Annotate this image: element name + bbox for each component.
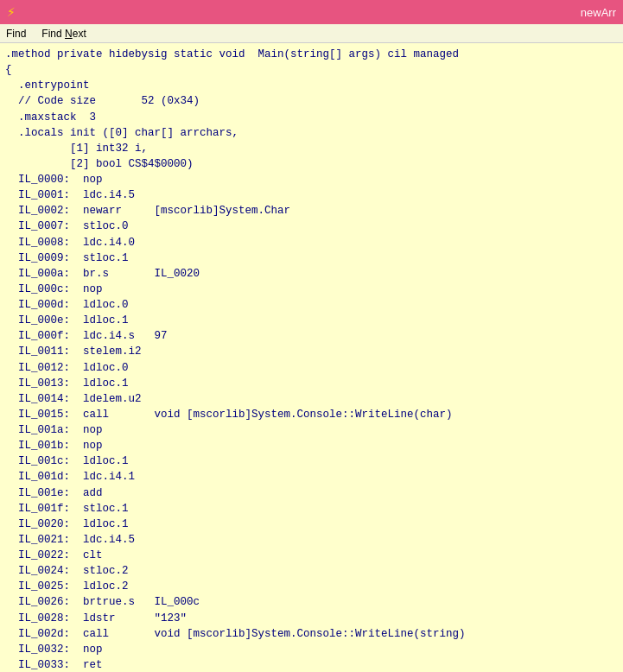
menu-find-next[interactable]: Find Next xyxy=(39,27,88,41)
code-line: IL_0014: ldelem.u2 xyxy=(5,391,618,407)
code-line: .maxstack 3 xyxy=(5,110,618,125)
code-line: IL_0013: ldloc.1 xyxy=(5,376,618,391)
code-line: IL_0012: ldloc.0 xyxy=(5,360,618,376)
code-line: IL_0008: ldc.i4.0 xyxy=(5,235,618,250)
code-line: IL_0015: call void [mscorlib]System.Cons… xyxy=(5,407,618,422)
code-line: IL_0025: ldloc.2 xyxy=(5,579,618,594)
code-line: IL_001a: nop xyxy=(5,422,618,438)
code-line: [1] int32 i, xyxy=(5,141,618,156)
code-line: IL_000e: ldloc.1 xyxy=(5,313,618,328)
code-line: IL_0002: newarr [mscorlib]System.Char xyxy=(5,203,618,219)
code-line: IL_000f: ldc.i4.s 97 xyxy=(5,328,618,344)
code-line: IL_001d: ldc.i4.1 xyxy=(5,469,618,485)
code-line: IL_0033: ret xyxy=(5,657,618,672)
code-line: IL_0000: nop xyxy=(5,172,618,187)
title-bar: ⚡ newArr xyxy=(0,0,623,24)
code-line: IL_0024: stloc.2 xyxy=(5,563,618,579)
code-line: IL_0028: ldstr "123" xyxy=(5,611,618,626)
code-line: IL_000c: nop xyxy=(5,282,618,297)
title-bar-title: newArr xyxy=(581,6,616,19)
code-line: IL_0021: ldc.i4.5 xyxy=(5,532,618,548)
code-line: IL_002d: call void [mscorlib]System.Cons… xyxy=(5,626,618,642)
code-line: [2] bool CS$4$0000) xyxy=(5,156,618,172)
code-line: IL_0032: nop xyxy=(5,642,618,657)
code-line: IL_001c: ldloc.1 xyxy=(5,453,618,469)
code-line: .entrypoint xyxy=(5,78,618,93)
code-line: .locals init ([0] char[] arrchars, xyxy=(5,125,618,141)
code-line: .method private hidebysig static void Ma… xyxy=(5,47,618,62)
code-line: IL_001b: nop xyxy=(5,438,618,453)
code-line: { xyxy=(5,62,618,78)
code-area: .method private hidebysig static void Ma… xyxy=(0,43,623,672)
code-line: IL_0011: stelem.i2 xyxy=(5,344,618,359)
code-line: IL_0007: stloc.0 xyxy=(5,219,618,234)
code-line: IL_0009: stloc.1 xyxy=(5,250,618,266)
code-line: IL_0022: clt xyxy=(5,548,618,563)
code-line: IL_000a: br.s IL_0020 xyxy=(5,266,618,282)
code-line: IL_0026: brtrue.s IL_000c xyxy=(5,594,618,610)
menu-bar: Find Find Next xyxy=(0,24,623,43)
title-bar-icon: ⚡ xyxy=(7,3,16,21)
code-line: // Code size 52 (0x34) xyxy=(5,93,618,109)
code-line: IL_001e: add xyxy=(5,485,618,501)
code-line: IL_001f: stloc.1 xyxy=(5,501,618,517)
code-line: IL_0001: ldc.i4.5 xyxy=(5,187,618,203)
code-line: IL_0020: ldloc.1 xyxy=(5,517,618,532)
code-line: IL_000d: ldloc.0 xyxy=(5,297,618,313)
menu-find[interactable]: Find xyxy=(3,27,29,41)
